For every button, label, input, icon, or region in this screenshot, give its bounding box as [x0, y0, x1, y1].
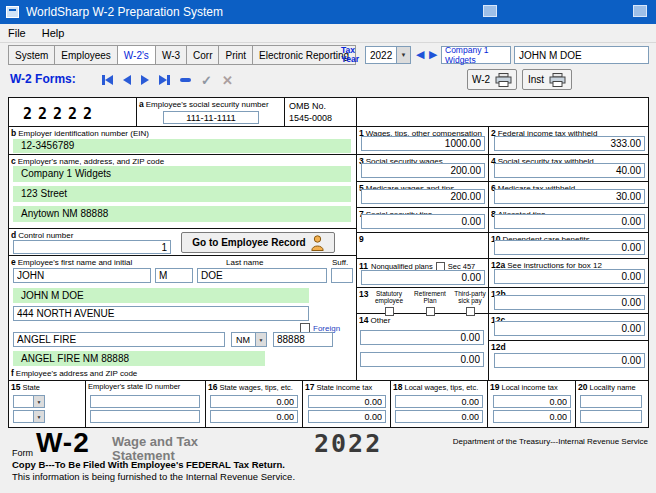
- form-number: W-2: [36, 427, 90, 459]
- box-12c-input[interactable]: [494, 321, 645, 336]
- box-18-row1-input[interactable]: [395, 395, 483, 408]
- state-id-row1-input[interactable]: [90, 395, 200, 408]
- box-16-row2-input[interactable]: [210, 410, 298, 423]
- box-11-input[interactable]: [361, 270, 485, 285]
- box-4-input[interactable]: [494, 163, 645, 178]
- record-navigator: ✓ ✕: [102, 72, 233, 88]
- box-5-input[interactable]: [361, 189, 485, 204]
- top-right-empty: [357, 98, 648, 127]
- first-name-input[interactable]: [13, 268, 151, 283]
- tab-employees[interactable]: Employees: [55, 45, 117, 65]
- titlebar-icon-1[interactable]: [483, 5, 497, 17]
- delete-record-icon[interactable]: [180, 78, 191, 82]
- menu-help[interactable]: Help: [34, 25, 73, 41]
- box-12a-input[interactable]: [494, 269, 645, 284]
- state-row1-value: [13, 395, 33, 408]
- box-7-input[interactable]: [361, 214, 485, 229]
- dropdown-arrow-icon[interactable]: ▼: [33, 410, 45, 423]
- cancel-x-icon[interactable]: ✕: [222, 73, 233, 88]
- form-title-line1: Wage and Tax: [112, 434, 198, 449]
- box-11: 11 Nonqualified plans Sec 457: [357, 259, 489, 288]
- nav-first-icon[interactable]: [102, 75, 113, 85]
- box-1-input[interactable]: [361, 136, 485, 151]
- state-select[interactable]: NM ▼: [231, 332, 267, 347]
- year-prev-icon[interactable]: ◀: [416, 47, 424, 61]
- box-19: 19Local income tax: [488, 381, 576, 427]
- print-instructions-button[interactable]: Inst: [522, 69, 572, 90]
- employer-street-field: 123 Street: [13, 186, 351, 202]
- box-16: 16State wages, tips, etc.: [206, 381, 303, 427]
- street-input[interactable]: [13, 306, 309, 321]
- box-19-row2-input[interactable]: [493, 410, 571, 423]
- box-a-label: aEmployee's social security number: [139, 99, 269, 109]
- box-19-row1-input[interactable]: [493, 395, 571, 408]
- print-w2-button[interactable]: W-2: [467, 69, 517, 90]
- box-17-row2-input[interactable]: [308, 410, 386, 423]
- form-code: 22222: [23, 105, 136, 123]
- control-number-input[interactable]: [13, 240, 171, 254]
- box-3-input[interactable]: [361, 163, 485, 178]
- titlebar: WorldSharp W-2 Preparation System: [0, 0, 656, 24]
- tab-w2s[interactable]: W-2's: [118, 45, 156, 65]
- state-id-row2-input[interactable]: [90, 410, 200, 423]
- box-19-label: 19Local income tax: [490, 382, 558, 392]
- confirm-check-icon[interactable]: ✓: [201, 73, 212, 88]
- omb-line1: OMB No.: [289, 100, 356, 112]
- box-18-row2-input[interactable]: [395, 410, 483, 423]
- box-3: 3Social security wages: [357, 155, 489, 182]
- menu-file[interactable]: File: [0, 25, 34, 41]
- dropdown-arrow-icon[interactable]: ▼: [33, 395, 45, 408]
- titlebar-icon-2[interactable]: [633, 5, 647, 17]
- nav-prev-icon[interactable]: [123, 75, 131, 85]
- company-field[interactable]: Company 1 Widgets: [441, 46, 511, 64]
- box-9: 9: [357, 233, 489, 259]
- box-18-label: 18Local wages, tips, etc.: [393, 382, 478, 392]
- box-20-row2-input[interactable]: [580, 410, 642, 423]
- year-next-icon[interactable]: ▶: [429, 47, 437, 61]
- tab-system[interactable]: System: [8, 45, 55, 65]
- box-2: 2Federal income tax withheld: [489, 127, 648, 155]
- box-17-row1-input[interactable]: [308, 395, 386, 408]
- city-input[interactable]: [13, 332, 225, 347]
- state-row2-select[interactable]: ▼: [13, 410, 45, 423]
- box-14-input-1[interactable]: [360, 330, 484, 345]
- box-8-input[interactable]: [494, 214, 645, 229]
- box-12b: 12b: [489, 288, 648, 314]
- tab-w3[interactable]: W-3: [156, 45, 187, 65]
- box-16-label: 16State wages, tips, etc.: [208, 382, 293, 392]
- window-title: WorldSharp W-2 Preparation System: [26, 5, 223, 19]
- tax-year-select[interactable]: 2022 ▼: [365, 46, 411, 64]
- box-14: 14Other: [357, 314, 489, 381]
- box-16-row1-input[interactable]: [210, 395, 298, 408]
- box-2-input[interactable]: [494, 136, 645, 151]
- dropdown-arrow-icon[interactable]: ▼: [255, 332, 267, 347]
- box-12d-label: 12d: [491, 342, 508, 352]
- middle-initial-input[interactable]: [155, 268, 193, 283]
- employee-field[interactable]: JOHN M DOE: [514, 46, 649, 64]
- nav-last-icon[interactable]: [159, 75, 170, 85]
- box-6-input[interactable]: [494, 189, 645, 204]
- ssn-input[interactable]: [163, 111, 259, 124]
- dropdown-arrow-icon[interactable]: ▼: [396, 46, 411, 64]
- tab-corr[interactable]: Corr: [187, 45, 219, 65]
- printer-icon: [495, 73, 512, 87]
- box-12b-input[interactable]: [494, 295, 645, 310]
- printer-icon: [549, 73, 566, 87]
- state-row1-select[interactable]: ▼: [13, 395, 45, 408]
- tab-print[interactable]: Print: [219, 45, 253, 65]
- box-10-input[interactable]: [494, 240, 645, 255]
- nav-next-icon[interactable]: [141, 75, 149, 85]
- box-13: 13 Statutoryemployee RetirementPlan Thir…: [357, 288, 489, 314]
- box-12d-input[interactable]: [494, 353, 645, 368]
- box-4: 4Social security tax withheld: [489, 155, 648, 182]
- suffix-input[interactable]: [331, 268, 353, 283]
- go-to-employee-record-button[interactable]: Go to Employee Record: [181, 232, 335, 253]
- box-f-label: fEmployee's address and ZIP code: [11, 368, 137, 378]
- box-20-row1-input[interactable]: [580, 395, 642, 408]
- state-value: NM: [231, 332, 255, 347]
- box-14-input-2[interactable]: [360, 352, 484, 367]
- box-b-label: bEmployer identification number (EIN): [11, 128, 149, 138]
- copy-b-text: Copy B---To Be Filed With Employee's FED…: [12, 459, 285, 470]
- last-name-input[interactable]: [197, 268, 327, 283]
- zip-input[interactable]: [273, 332, 333, 347]
